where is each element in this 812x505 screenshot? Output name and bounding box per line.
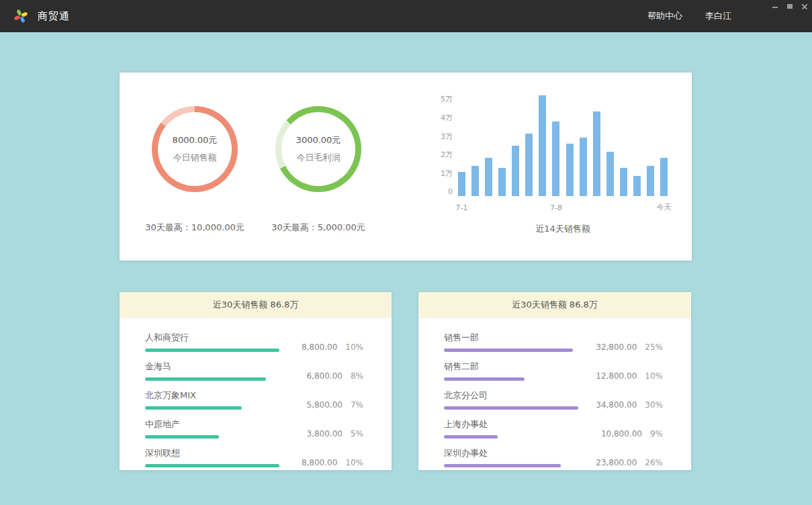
trend-bar (498, 168, 506, 196)
today-profit-donut: 3000.00元 今日毛利润 (275, 106, 361, 192)
department-percent: 30% (645, 400, 663, 410)
sales-30day-max: 30天最高：10,000.00元 (128, 222, 262, 234)
department-bar (444, 406, 578, 410)
department-card-title: 近30天销售额 86.8万 (418, 292, 691, 318)
today-sales-donut: 8000.00元 今日销售额 (152, 106, 238, 192)
customer-name: 深圳联想 (145, 447, 279, 459)
trend-bar (471, 166, 479, 196)
department-bar (444, 377, 525, 381)
department-name: 上海办事处 (444, 418, 578, 430)
close-button[interactable] (801, 3, 808, 10)
trend-bar (593, 111, 600, 196)
user-menu[interactable]: 李白江 (705, 10, 731, 22)
trend-bar (485, 158, 492, 196)
trend-x-tick: 今天 (657, 202, 672, 212)
trend-y-tick: 0 (448, 187, 453, 196)
department-percent: 9% (650, 429, 663, 439)
sales-trend-chart: 5万4万3万2万1万0 7-17-8今天 (434, 94, 668, 196)
maximize-button[interactable] (786, 3, 793, 10)
customer-amount: 3,800.00 (307, 429, 343, 439)
customer-name: 人和商贸行 (145, 332, 279, 344)
customer-amount: 8,800.00 (302, 458, 337, 467)
customer-row: 深圳联想 8,800.00 10% (145, 447, 363, 467)
department-amount: 32,800.00 (596, 342, 637, 352)
trend-bar (552, 122, 559, 196)
department-amount: 23,800.00 (596, 458, 637, 467)
customer-name: 中原地产 (145, 418, 279, 430)
department-bar (444, 464, 561, 467)
department-percent: 25% (645, 342, 663, 352)
department-row: 深圳办事处 23,800.00 26% (444, 447, 663, 467)
today-profit-label: 今日毛利润 (297, 152, 341, 164)
trend-bar (580, 138, 587, 196)
today-profit-donut-center: 3000.00元 今日毛利润 (281, 112, 355, 186)
trend-bar (606, 152, 614, 196)
today-sales-value: 8000.00元 (173, 134, 218, 146)
customer-row: 人和商贸行 8,800.00 10% (145, 332, 363, 352)
trend-y-axis: 5万4万3万2万1万0 (434, 94, 458, 196)
topbar: 商贸通 帮助中心 李白江 (0, 0, 812, 32)
today-sales-label: 今日销售额 (173, 152, 217, 164)
profit-30day-max: 30天最高：5,000.00元 (251, 222, 386, 234)
help-center-link[interactable]: 帮助中心 (647, 10, 682, 22)
department-row: 北京分公司 34,800.00 30% (444, 389, 663, 410)
customer-bar (145, 406, 242, 410)
department-percent: 10% (645, 371, 663, 381)
app-logo-icon (13, 8, 30, 24)
trend-x-tick: 7-1 (456, 203, 468, 212)
customer-percent: 10% (345, 342, 363, 352)
overview-card: 8000.00元 今日销售额 30天最高：10,000.00元 3000.00元… (120, 73, 692, 261)
customer-row: 中原地产 3,800.00 5% (145, 418, 363, 439)
department-amount: 12,800.00 (596, 371, 637, 381)
trend-bar (539, 95, 546, 196)
department-rows: 销售一部 32,800.00 25% 销售二部 12,800.00 10% 北京… (418, 318, 691, 467)
trend-y-tick: 3万 (441, 132, 453, 142)
customer-row: 北京万象MIX 5,800.00 7% (145, 389, 363, 410)
department-percent: 26% (645, 458, 663, 467)
customer-bar (145, 377, 266, 381)
trend-bar (566, 144, 574, 196)
customer-percent: 10% (345, 458, 363, 467)
department-amount: 34,800.00 (596, 400, 637, 410)
trend-bar (647, 166, 654, 196)
customer-bar (145, 435, 219, 439)
customer-amount: 8,800.00 (302, 342, 337, 352)
trend-bar (525, 134, 533, 196)
customer-percent: 8% (351, 371, 363, 381)
customer-sales-card: 近30天销售额 86.8万 人和商贸行 8,800.00 10% 金海马 6,8… (120, 292, 392, 470)
topbar-menu: 帮助中心 李白江 (647, 10, 799, 22)
app-window: { "topbar": { "app_title": "商贸通", "help"… (0, 0, 812, 505)
trend-y-tick: 5万 (441, 94, 453, 104)
customer-name: 北京万象MIX (145, 389, 279, 402)
trend-y-tick: 1万 (441, 169, 453, 179)
department-row: 销售一部 32,800.00 25% (444, 332, 663, 352)
trend-bars: 7-17-8今天 (458, 95, 668, 196)
trend-y-tick: 4万 (441, 113, 453, 123)
customer-amount: 6,800.00 (307, 371, 343, 381)
department-name: 销售二部 (444, 361, 578, 373)
minimize-button[interactable] (772, 3, 778, 10)
customer-name: 金海马 (145, 361, 279, 373)
trend-bar (458, 172, 465, 196)
trend-y-tick: 2万 (441, 150, 453, 160)
trend-bar (620, 168, 627, 196)
department-name: 深圳办事处 (444, 447, 578, 459)
customer-amount: 5,800.00 (307, 400, 343, 410)
today-sales-donut-center: 8000.00元 今日销售额 (158, 112, 232, 186)
customer-bar (145, 464, 279, 467)
today-profit-value: 3000.00元 (296, 134, 341, 146)
window-controls (772, 2, 808, 11)
customer-rows: 人和商贸行 8,800.00 10% 金海马 6,800.00 8% 北京万象M… (120, 318, 392, 467)
trend-bar (633, 176, 641, 196)
app-title: 商贸通 (38, 10, 70, 23)
customer-card-title: 近30天销售额 86.8万 (120, 292, 392, 318)
customer-percent: 5% (351, 429, 363, 439)
department-row: 上海办事处 10,800.00 9% (444, 418, 663, 439)
department-bar (444, 349, 573, 352)
trend-bar (660, 158, 668, 196)
trend-x-tick: 7-8 (550, 203, 562, 212)
department-sales-card: 近30天销售额 86.8万 销售一部 32,800.00 25% 销售二部 12… (418, 292, 691, 470)
department-amount: 10,800.00 (601, 429, 642, 439)
trend-caption: 近14天销售额 (458, 223, 668, 235)
customer-bar (145, 349, 279, 352)
